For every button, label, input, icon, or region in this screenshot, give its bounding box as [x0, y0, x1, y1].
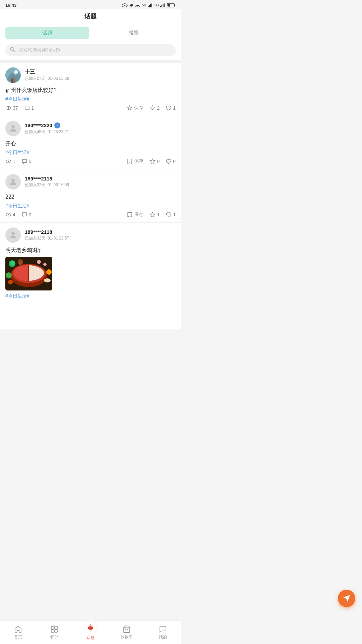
star-count[interactable]: 0 [149, 158, 160, 164]
svg-point-14 [11, 48, 14, 51]
user-meta: 已加入27天 01-06 15:26 [25, 76, 69, 82]
post-header: 十三 已加入27天 01-06 15:26 [5, 67, 176, 83]
star-count[interactable]: 1 [149, 212, 160, 218]
post-image [5, 257, 52, 290]
username: 十三 [25, 69, 69, 75]
user-info: 十三 已加入27天 01-06 15:26 [25, 69, 69, 82]
save-button[interactable]: 保存 [127, 212, 143, 218]
svg-rect-38 [19, 262, 21, 265]
avatar [5, 227, 21, 243]
comment-count[interactable]: 1 [24, 105, 34, 111]
post-tag[interactable]: #今日生活# [5, 293, 176, 299]
username: 189****2118 [25, 229, 69, 235]
svg-rect-20 [11, 79, 13, 83]
svg-point-41 [46, 269, 52, 275]
svg-point-43 [8, 280, 13, 284]
star-count[interactable]: 2 [149, 105, 160, 111]
svg-point-22 [8, 107, 9, 109]
comment-count[interactable]: 0 [21, 212, 32, 218]
post-header: 180****2220 ♂ 已加入45天 01-25 23:21 [5, 121, 176, 136]
svg-rect-12 [174, 4, 175, 6]
svg-rect-7 [160, 6, 161, 7]
view-count: 37 [5, 105, 18, 111]
post-card: 十三 已加入27天 01-06 15:26 宿州什么饭店比较好? #今日生活# … [0, 63, 181, 116]
like-count[interactable]: 1 [166, 105, 176, 111]
svg-point-36 [10, 261, 15, 265]
view-count: 1 [5, 158, 15, 164]
user-meta: 已加入32天 01-01 22:57 [25, 235, 69, 241]
post-tag[interactable]: #今日生活# [5, 96, 176, 102]
post-header: 189****2118 已加入32天 01-01 22:57 [5, 227, 176, 243]
user-meta: 已加入32天 01-06 16:59 [25, 182, 69, 188]
user-meta: 已加入45天 01-25 23:21 [25, 129, 69, 135]
avatar [5, 121, 21, 136]
svg-point-25 [8, 161, 9, 162]
svg-point-18 [14, 70, 18, 74]
avatar [5, 67, 21, 83]
status-icons: 5G 5G [122, 3, 176, 8]
post-header: 189****2118 已加入32天 01-06 16:59 [5, 174, 176, 190]
svg-line-15 [14, 51, 15, 52]
post-content: 开心 [5, 140, 176, 148]
post-content: 明天老乡鸡3折 [5, 246, 176, 254]
avatar [5, 174, 21, 190]
svg-rect-9 [163, 4, 164, 7]
post-tag[interactable]: #今日生活# [5, 203, 176, 209]
post-actions: 37 1 保存 2 1 [5, 105, 176, 111]
post-content: 222 [5, 193, 176, 201]
gender-badge: ♂ [54, 122, 60, 128]
page-title: 话题 [84, 13, 97, 20]
user-info: 189****2118 已加入32天 01-01 22:57 [25, 229, 69, 241]
svg-point-29 [11, 232, 14, 235]
tab-votes[interactable]: 投票 [92, 27, 176, 39]
post-content: 宿州什么饭店比较好? [5, 86, 176, 94]
status-time: 16:43 [5, 3, 16, 8]
post-card: 189****2118 已加入32天 01-06 16:59 222 #今日生活… [0, 169, 181, 223]
user-info: 180****2220 ♂ 已加入45天 01-25 23:21 [25, 122, 69, 135]
post-tag[interactable]: #今日生活# [5, 150, 176, 156]
like-count[interactable]: 0 [166, 158, 176, 164]
svg-point-26 [11, 179, 14, 182]
like-count[interactable]: 1 [166, 212, 176, 218]
comment-count[interactable]: 0 [21, 158, 32, 164]
save-button[interactable]: 保存 [127, 158, 143, 164]
search-input-wrap[interactable]: 搜索您感兴趣的话题 [5, 44, 176, 56]
svg-point-44 [44, 278, 51, 282]
svg-point-2 [137, 6, 138, 7]
svg-point-28 [8, 214, 9, 216]
svg-rect-13 [168, 4, 170, 7]
post-actions: 1 0 保存 0 0 [5, 158, 176, 164]
svg-point-1 [124, 5, 125, 6]
status-bar: 16:43 5G 5G [0, 0, 181, 9]
search-placeholder: 搜索您感兴趣的话题 [18, 47, 60, 53]
svg-rect-4 [149, 5, 150, 7]
user-info: 189****2118 已加入32天 01-06 16:59 [25, 176, 69, 188]
username: 180****2220 ♂ [25, 122, 69, 128]
post-card: 189****2118 已加入32天 01-01 22:57 明天老乡鸡3折 [0, 223, 181, 329]
section-divider [0, 60, 181, 63]
svg-rect-6 [151, 3, 152, 7]
tabs-bar: 话题 投票 [0, 24, 181, 42]
page-header: 话题 [0, 9, 181, 24]
svg-point-42 [6, 272, 12, 278]
svg-point-23 [11, 125, 14, 128]
post-actions: 4 0 保存 1 1 [5, 212, 176, 218]
svg-rect-3 [148, 6, 149, 7]
svg-rect-10 [164, 3, 165, 7]
tab-topics[interactable]: 话题 [5, 27, 89, 39]
save-button[interactable]: 保存 [127, 105, 143, 111]
svg-rect-8 [162, 5, 163, 7]
search-icon [10, 47, 15, 53]
search-bar: 搜索您感兴趣的话题 [0, 42, 181, 60]
view-count: 4 [5, 212, 15, 218]
post-card: 180****2220 ♂ 已加入45天 01-25 23:21 开心 #今日生… [0, 116, 181, 169]
username: 189****2118 [25, 176, 69, 181]
svg-rect-5 [150, 4, 151, 7]
